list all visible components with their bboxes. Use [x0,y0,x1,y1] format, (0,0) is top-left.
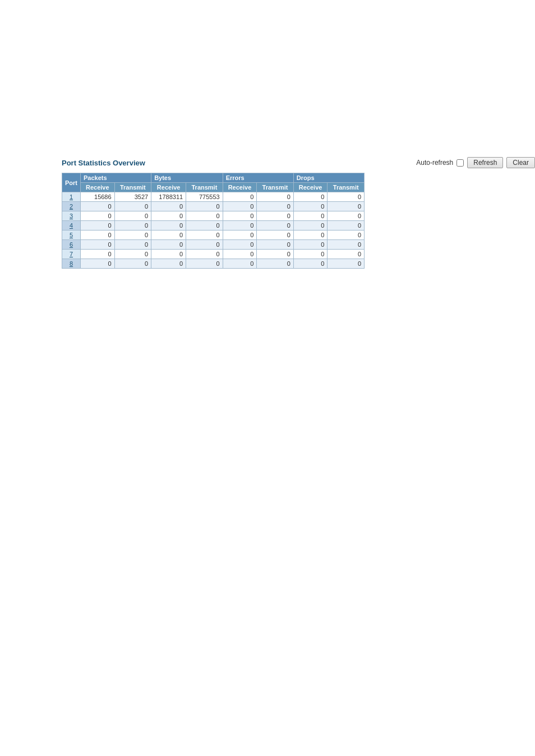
cell-err_tx: 0 [257,250,294,259]
cell-err_rx: 0 [223,231,257,240]
cell-pkt_tx: 0 [114,240,151,250]
cell-err_rx: 0 [223,202,257,211]
cell-err_tx: 0 [257,202,294,211]
port-link[interactable]: 2 [70,203,73,210]
port-statistics-table: Port Packets Bytes Errors Drops Receive … [62,173,365,269]
cell-pkt_rx: 0 [81,250,115,259]
cell-err_tx: 0 [257,231,294,240]
port-link[interactable]: 4 [70,222,73,229]
cell-pkt_rx: 0 [81,231,115,240]
sub-header-row: Receive Transmit Receive Transmit Receiv… [62,183,365,192]
cell-byte_rx: 0 [151,231,186,240]
cell-err_tx: 0 [257,192,294,202]
table-row: 400000000 [62,221,365,231]
cell-pkt_tx: 0 [114,211,151,221]
cell-byte_tx: 0 [186,202,223,211]
cell-drop_tx: 0 [328,240,365,250]
errors-receive-header: Receive [223,183,257,192]
port-link[interactable]: 6 [70,241,73,248]
cell-byte_rx: 0 [151,221,186,231]
port-link[interactable]: 8 [70,260,73,267]
port-link[interactable]: 7 [70,251,73,257]
errors-transmit-header: Transmit [257,183,294,192]
cell-drop_tx: 0 [328,202,365,211]
cell-pkt_tx: 0 [114,202,151,211]
cell-err_rx: 0 [223,192,257,202]
cell-err_tx: 0 [257,259,294,269]
cell-pkt_tx: 3527 [114,192,151,202]
cell-pkt_rx: 0 [81,240,115,250]
cell-drop_tx: 0 [328,192,365,202]
drops-group-header: Drops [293,173,364,183]
cell-drop_rx: 0 [293,240,328,250]
port-link[interactable]: 1 [70,193,73,200]
group-header-row: Port Packets Bytes Errors Drops [62,173,365,183]
cell-err_rx: 0 [223,259,257,269]
cell-pkt_tx: 0 [114,231,151,240]
cell-err_rx: 0 [223,221,257,231]
bytes-group-header: Bytes [151,173,223,183]
drops-receive-header: Receive [293,183,328,192]
table-row: 600000000 [62,240,365,250]
cell-err_tx: 0 [257,211,294,221]
cell-drop_tx: 0 [328,231,365,240]
cell-byte_tx: 0 [186,231,223,240]
errors-group-header: Errors [223,173,293,183]
table-row: 500000000 [62,231,365,240]
port-number-cell: 6 [62,240,81,250]
auto-refresh-checkbox[interactable] [456,159,464,167]
port-group-header: Port [62,173,81,192]
cell-err_rx: 0 [223,211,257,221]
cell-drop_tx: 0 [328,250,365,259]
cell-drop_rx: 0 [293,211,328,221]
port-link[interactable]: 5 [70,232,73,238]
cell-drop_tx: 0 [328,221,365,231]
cell-byte_tx: 775553 [186,192,223,202]
table-body: 1156863527178831177555300002000000003000… [62,192,365,269]
cell-err_tx: 0 [257,240,294,250]
cell-pkt_tx: 0 [114,250,151,259]
packets-receive-header: Receive [81,183,115,192]
port-number-cell: 2 [62,202,81,211]
table-row: 200000000 [62,202,365,211]
port-number-cell: 8 [62,259,81,269]
port-number-cell: 7 [62,250,81,259]
refresh-button[interactable]: Refresh [467,157,503,168]
port-number-cell: 4 [62,221,81,231]
cell-byte_tx: 0 [186,240,223,250]
cell-err_rx: 0 [223,250,257,259]
packets-transmit-header: Transmit [114,183,151,192]
auto-refresh-label: Auto-refresh [416,159,453,167]
port-number-cell: 3 [62,211,81,221]
bytes-receive-header: Receive [151,183,186,192]
cell-err_rx: 0 [223,240,257,250]
cell-pkt_rx: 15686 [81,192,115,202]
table-row: 115686352717883117755530000 [62,192,365,202]
port-link[interactable]: 3 [70,213,73,219]
cell-byte_rx: 0 [151,211,186,221]
cell-pkt_tx: 0 [114,259,151,269]
cell-drop_rx: 0 [293,259,328,269]
cell-drop_rx: 0 [293,221,328,231]
cell-pkt_rx: 0 [81,259,115,269]
cell-byte_rx: 0 [151,202,186,211]
table-row: 300000000 [62,211,365,221]
table-row: 700000000 [62,250,365,259]
cell-drop_rx: 0 [293,250,328,259]
cell-byte_tx: 0 [186,250,223,259]
cell-err_tx: 0 [257,221,294,231]
cell-byte_rx: 0 [151,259,186,269]
cell-pkt_rx: 0 [81,202,115,211]
cell-byte_tx: 0 [186,221,223,231]
cell-drop_rx: 0 [293,192,328,202]
drops-transmit-header: Transmit [328,183,365,192]
port-number-cell: 5 [62,231,81,240]
cell-drop_rx: 0 [293,202,328,211]
cell-drop_tx: 0 [328,259,365,269]
clear-button[interactable]: Clear [506,157,535,168]
packets-group-header: Packets [81,173,151,183]
cell-drop_tx: 0 [328,211,365,221]
table-row: 800000000 [62,259,365,269]
cell-byte_rx: 1788311 [151,192,186,202]
cell-byte_rx: 0 [151,240,186,250]
